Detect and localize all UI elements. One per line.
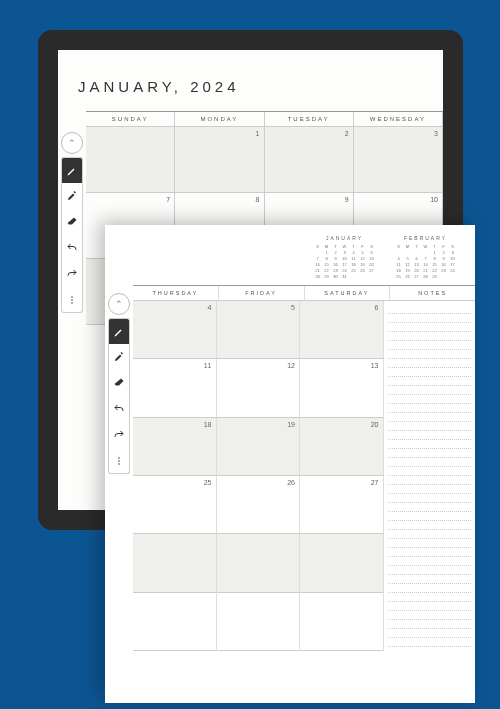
day-cell[interactable] [300, 534, 384, 592]
day-cell[interactable] [133, 534, 217, 592]
day-number: 26 [287, 479, 295, 486]
notes-line [388, 620, 472, 629]
notes-line [388, 584, 472, 593]
notes-line [388, 413, 472, 422]
day-cell[interactable] [217, 534, 301, 592]
eraser-icon[interactable] [61, 209, 83, 235]
day-number: 18 [204, 421, 212, 428]
day-cell[interactable]: 12 [217, 359, 301, 417]
more-icon[interactable] [108, 448, 130, 474]
day-cell[interactable]: 26 [217, 476, 301, 534]
day-header: WEDNESDAY [354, 112, 443, 127]
day-number: 7 [166, 196, 170, 203]
svg-point-5 [118, 463, 120, 465]
day-number: 4 [208, 304, 212, 311]
collapse-button[interactable]: ⌃ [108, 293, 130, 315]
day-header: TUESDAY [265, 112, 354, 127]
day-cell[interactable] [300, 593, 384, 651]
day-cell[interactable]: 19 [217, 418, 301, 476]
day-cell[interactable]: 18 [133, 418, 217, 476]
day-header: SUNDAY [86, 112, 175, 127]
day-number: 25 [204, 479, 212, 486]
redo-icon[interactable] [108, 422, 130, 448]
notes-line [388, 611, 472, 620]
notes-column[interactable] [384, 301, 476, 651]
notes-line [388, 431, 472, 440]
highlighter-icon[interactable] [108, 344, 130, 370]
mini-calendar-title: JANUARY [313, 235, 376, 241]
undo-icon[interactable] [108, 396, 130, 422]
day-number: 19 [287, 421, 295, 428]
day-cell[interactable] [133, 593, 217, 651]
svg-point-0 [71, 296, 73, 298]
notes-line [388, 350, 472, 359]
notes-line [388, 332, 472, 341]
day-header: THURSDAY [133, 286, 219, 301]
day-cell[interactable]: 13 [300, 359, 384, 417]
notes-line [388, 422, 472, 431]
day-number: 9 [345, 196, 349, 203]
day-number: 2 [345, 130, 349, 137]
notes-line [388, 575, 472, 584]
day-number: 6 [375, 304, 379, 311]
toolbar: ⌃ [108, 293, 130, 474]
calendar-grid-right: THURSDAYFRIDAYSATURDAYNOTES 456111213181… [133, 285, 475, 651]
mini-calendar: FEBRUARYSMTWTFS1234567891011121314151617… [394, 235, 457, 279]
more-icon[interactable] [61, 287, 83, 313]
day-cell[interactable]: 1 [175, 127, 264, 193]
undo-icon[interactable] [61, 235, 83, 261]
notes-line [388, 476, 472, 485]
notes-line [388, 341, 472, 350]
day-number: 3 [434, 130, 438, 137]
notes-line [388, 521, 472, 530]
notes-line [388, 593, 472, 602]
pen-icon[interactable] [108, 318, 130, 344]
notes-line [388, 440, 472, 449]
day-number: 1 [256, 130, 260, 137]
svg-point-1 [71, 299, 73, 301]
redo-icon[interactable] [61, 261, 83, 287]
highlighter-icon[interactable] [61, 183, 83, 209]
day-cell[interactable]: 2 [265, 127, 354, 193]
notes-line [388, 530, 472, 539]
day-cell[interactable] [86, 127, 175, 193]
notes-line [388, 512, 472, 521]
eraser-icon[interactable] [108, 370, 130, 396]
collapse-button[interactable]: ⌃ [61, 132, 83, 154]
mini-calendar: JANUARYSMTWTFS12345678910111213141516171… [313, 235, 376, 279]
toolbar: ⌃ [61, 132, 83, 313]
notes-line [388, 503, 472, 512]
notes-line [388, 557, 472, 566]
day-number: 5 [291, 304, 295, 311]
notes-line [388, 305, 472, 314]
day-number: 8 [256, 196, 260, 203]
pen-icon[interactable] [61, 157, 83, 183]
notes-line [388, 314, 472, 323]
notes-line [388, 386, 472, 395]
notes-line [388, 404, 472, 413]
mini-calendar-title: FEBRUARY [394, 235, 457, 241]
day-cell[interactable]: 5 [217, 301, 301, 359]
day-number: 20 [371, 421, 379, 428]
notes-line [388, 548, 472, 557]
day-cell[interactable]: 11 [133, 359, 217, 417]
day-number: 10 [430, 196, 438, 203]
notes-line [388, 467, 472, 476]
day-number: 27 [371, 479, 379, 486]
notes-line [388, 359, 472, 368]
day-cell[interactable]: 3 [354, 127, 443, 193]
svg-point-3 [118, 457, 120, 459]
notes-line [388, 377, 472, 386]
day-cell[interactable]: 25 [133, 476, 217, 534]
day-cell[interactable]: 6 [300, 301, 384, 359]
day-cell[interactable]: 4 [133, 301, 217, 359]
day-cell[interactable] [217, 593, 301, 651]
day-cell[interactable]: 27 [300, 476, 384, 534]
page-title: JANUARY, 2024 [58, 50, 443, 111]
notes-line [388, 458, 472, 467]
day-header: MONDAY [175, 112, 264, 127]
day-number: 13 [371, 362, 379, 369]
day-cell[interactable]: 20 [300, 418, 384, 476]
notes-line [388, 638, 472, 647]
notes-line [388, 539, 472, 548]
